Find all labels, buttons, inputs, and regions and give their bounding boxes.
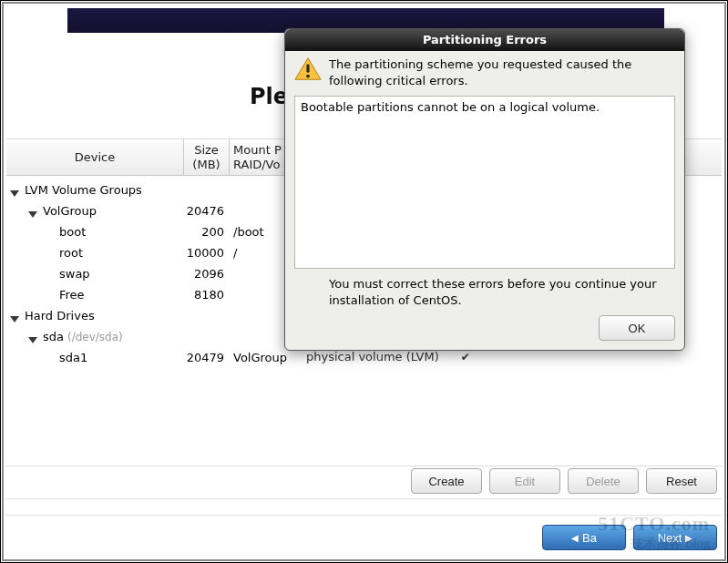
delete-button: Delete	[568, 468, 639, 494]
col-header-size[interactable]: Size (MB)	[184, 139, 230, 175]
dialog-note: You must correct these errors before you…	[294, 276, 675, 308]
svg-rect-1	[306, 64, 309, 72]
ok-button[interactable]: OK	[599, 315, 675, 341]
page-title-partial: Ple	[250, 84, 288, 109]
svg-point-2	[306, 75, 310, 78]
chevron-down-icon[interactable]	[28, 333, 41, 342]
partitioning-errors-dialog: Partitioning Errors The partitioning sch…	[284, 28, 685, 351]
next-button[interactable]: Next	[633, 525, 717, 550]
separator	[6, 515, 722, 516]
edit-button: Edit	[489, 468, 560, 494]
back-button[interactable]: Ba	[542, 525, 626, 550]
error-list[interactable]: Bootable partitions cannot be on a logic…	[294, 96, 675, 269]
dialog-message: The partitioning scheme you requested ca…	[329, 56, 675, 88]
chevron-down-icon[interactable]	[10, 186, 23, 195]
chevron-down-icon[interactable]	[10, 312, 23, 321]
dialog-title[interactable]: Partitioning Errors	[285, 29, 684, 51]
create-button[interactable]: Create	[411, 468, 482, 494]
warning-icon	[294, 56, 322, 82]
separator	[6, 498, 722, 499]
col-header-device[interactable]: Device	[6, 139, 184, 175]
check-icon: ✔	[461, 351, 470, 363]
reset-button[interactable]: Reset	[646, 468, 717, 494]
chevron-down-icon[interactable]	[28, 207, 41, 216]
type-label-partial: physical volume (LVM)✔	[306, 350, 470, 363]
col-header-mount[interactable]: Mount P RAID/Vo	[230, 139, 286, 175]
error-item: Bootable partitions cannot be on a logic…	[301, 100, 669, 114]
